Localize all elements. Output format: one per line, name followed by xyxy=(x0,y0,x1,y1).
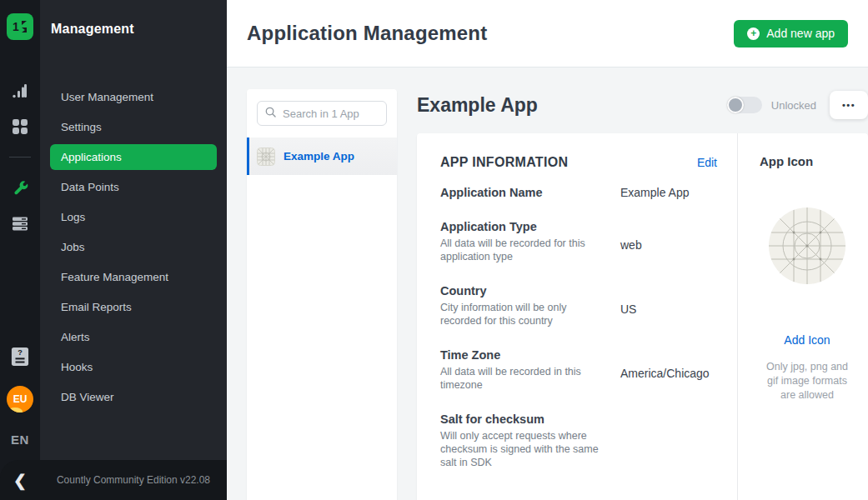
info-label: Time Zone xyxy=(440,348,620,362)
management-sidebar: Management User Management Settings Appl… xyxy=(40,0,227,500)
info-description: Will only accept requests where checksum… xyxy=(440,429,605,469)
add-icon-link[interactable]: Add Icon xyxy=(760,333,855,347)
icon-format-note: Only jpg, png and gif image formats are … xyxy=(760,360,855,402)
app-information-header: APP INFORMATION Edit xyxy=(440,155,717,170)
sidebar-item-alerts[interactable]: Alerts xyxy=(50,324,217,350)
collapse-sidebar-icon[interactable]: ❮ xyxy=(0,472,40,488)
app-icon-placeholder xyxy=(768,207,846,285)
plus-icon: + xyxy=(747,28,760,40)
rail-nav xyxy=(9,82,31,232)
info-description: City information will be only recorded f… xyxy=(440,301,605,328)
analytics-bar-chart-icon[interactable] xyxy=(11,82,29,100)
more-options-button[interactable]: ••• xyxy=(830,91,868,119)
apps-grid-icon[interactable] xyxy=(11,118,29,136)
sidebar-nav: User Management Settings Applications Da… xyxy=(50,84,217,410)
user-avatar[interactable]: EU xyxy=(7,386,33,412)
countly-logo-icon[interactable]: 1 xyxy=(7,13,33,40)
add-new-app-button[interactable]: + Add new app xyxy=(734,20,848,48)
management-wrench-icon[interactable] xyxy=(11,178,29,197)
app-detail-body: APP INFORMATION Edit Application Name Ex… xyxy=(417,133,868,500)
info-value: Example App xyxy=(620,186,717,199)
server-stack-icon[interactable] xyxy=(11,214,29,232)
info-label: Salt for checksum xyxy=(440,412,620,426)
app-list-item-label: Example App xyxy=(283,150,354,162)
app-icon-title: App Icon xyxy=(760,154,855,168)
sidebar-item-settings[interactable]: Settings xyxy=(50,114,217,140)
lock-toggle-knob xyxy=(727,97,744,113)
app-icon-panel: App Icon xyxy=(737,133,868,500)
avatar-initials: EU xyxy=(13,393,28,405)
content-area: Example App Example App Unlocked ••• xyxy=(227,67,868,500)
main-area: Application Management + Add new app xyxy=(227,0,868,500)
info-row-time-zone: Time Zone All data will be recorded in t… xyxy=(440,348,717,392)
svg-text:?: ? xyxy=(18,348,23,357)
language-selector[interactable]: EN xyxy=(11,432,29,447)
version-label: Countly Community Edition v22.08 xyxy=(40,474,227,486)
sidebar-item-data-points[interactable]: Data Points xyxy=(50,174,217,200)
lock-state-label: Unlocked xyxy=(771,99,816,112)
info-row-application-name: Application Name Example App xyxy=(440,186,717,199)
rail-bottom: ? EU EN xyxy=(7,348,33,447)
rail-divider xyxy=(9,157,31,158)
lock-toggle[interactable] xyxy=(727,97,762,113)
info-value xyxy=(620,412,717,469)
sidebar-item-feature-management[interactable]: Feature Management xyxy=(50,264,217,290)
sidebar-item-user-management[interactable]: User Management xyxy=(50,84,217,110)
app-detail-title: Example App xyxy=(417,94,538,117)
info-value: US xyxy=(620,284,717,328)
info-label: Application Name xyxy=(440,186,620,199)
page-title: Application Management xyxy=(247,22,487,45)
app-list-panel: Example App xyxy=(247,89,397,500)
edit-link[interactable]: Edit xyxy=(697,156,717,169)
detail-header-actions: Unlocked ••• xyxy=(727,91,868,119)
help-guide-icon[interactable]: ? xyxy=(11,348,29,366)
app-thumbnail-icon xyxy=(257,148,275,166)
search-icon xyxy=(265,107,276,118)
add-new-app-label: Add new app xyxy=(766,27,835,40)
app-information-card: APP INFORMATION Edit Application Name Ex… xyxy=(417,133,737,500)
app-list-item-example-app[interactable]: Example App xyxy=(247,138,397,175)
svg-text:1: 1 xyxy=(13,20,19,33)
sidebar-title: Management xyxy=(50,22,217,37)
info-row-country: Country City information will be only re… xyxy=(440,284,717,328)
app-window: 1 ? EU EN xyxy=(0,0,868,500)
app-detail: Example App Unlocked ••• APP INFORMATION xyxy=(417,89,868,500)
info-value: web xyxy=(620,220,717,263)
icon-rail: 1 ? EU EN xyxy=(0,0,40,500)
info-row-salt-for-checksum: Salt for checksum Will only accept reque… xyxy=(440,412,717,469)
sidebar-item-db-viewer[interactable]: DB Viewer xyxy=(50,384,217,410)
info-description: All data will be recorded for this appli… xyxy=(440,237,605,263)
page-header: Application Management + Add new app xyxy=(227,0,868,67)
info-description: All data will be recorded in this timezo… xyxy=(440,365,605,392)
app-search-input[interactable] xyxy=(257,101,387,126)
sidebar-item-logs[interactable]: Logs xyxy=(50,204,217,230)
app-detail-header: Example App Unlocked ••• xyxy=(417,91,868,119)
info-label: Country xyxy=(440,284,620,298)
countly-logo-glyph: 1 xyxy=(11,18,29,36)
info-label: Application Type xyxy=(440,220,620,233)
sidebar-item-email-reports[interactable]: Email Reports xyxy=(50,294,217,320)
app-search xyxy=(247,89,397,138)
sidebar-item-jobs[interactable]: Jobs xyxy=(50,234,217,260)
info-value: America/Chicago xyxy=(620,348,717,392)
app-information-title: APP INFORMATION xyxy=(440,155,568,170)
sidebar-item-applications[interactable]: Applications xyxy=(50,144,217,170)
info-row-application-type: Application Type All data will be record… xyxy=(440,220,717,263)
sidebar-item-hooks[interactable]: Hooks xyxy=(50,354,217,380)
sidebar-footer: ❮ Countly Community Edition v22.08 xyxy=(0,460,227,500)
